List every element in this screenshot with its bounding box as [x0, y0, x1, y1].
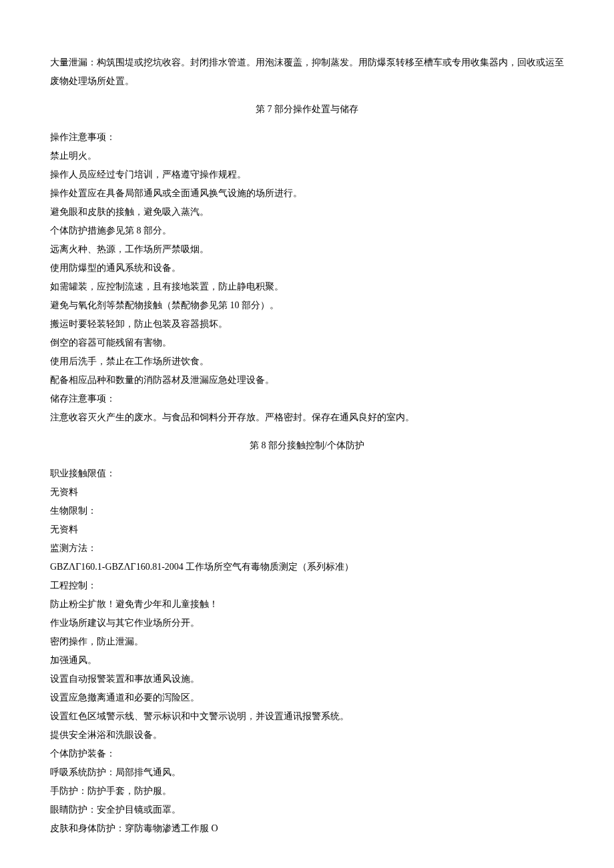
section7-line: 使用防爆型的通风系统和设备。 — [50, 259, 564, 278]
section7-line: 注意收容灭火产生的废水。与食品和饲料分开存放。严格密封。保存在通风良好的室内。 — [50, 408, 564, 427]
section7-line: 避免眼和皮肤的接触，避免吸入蒸汽。 — [50, 203, 564, 222]
section7-line: 配备相应品种和数量的消防器材及泄漏应急处理设备。 — [50, 371, 564, 390]
section8-line: 职业接触限值： — [50, 464, 564, 483]
section7-line: 避免与氧化剂等禁配物接触（禁配物参见第 10 部分）。 — [50, 296, 564, 315]
section8-line: 设置应急撤离通道和必要的泻险区。 — [50, 689, 564, 707]
section8-line: 工程控制： — [50, 576, 564, 595]
section7-line: 操作注意事项： — [50, 128, 564, 147]
section7-line: 储存注意事项： — [50, 390, 564, 408]
section7-line: 操作人员应经过专门培训，严格遵守操作规程。 — [50, 165, 564, 184]
section7-line: 操作处置应在具备局部通风或全面通风换气设施的场所进行。 — [50, 184, 564, 203]
section7-body: 操作注意事项： 禁止明火。 操作人员应经过专门培训，严格遵守操作规程。 操作处置… — [50, 128, 564, 427]
section8-line: 密闭操作，防止泄漏。 — [50, 632, 564, 651]
section7-line: 禁止明火。 — [50, 147, 564, 165]
section8-line: 作业场所建议与其它作业场所分开。 — [50, 614, 564, 632]
section7-line: 个体防护措施参见第 8 部分。 — [50, 222, 564, 240]
section8-line: 个体防护装备： — [50, 745, 564, 763]
section7-line: 远离火种、热源，工作场所严禁吸烟。 — [50, 240, 564, 259]
section8-line: 皮肤和身体防护：穿防毒物渗透工作服 O — [50, 819, 564, 838]
section8-line: 设置自动报警装置和事故通风设施。 — [50, 670, 564, 689]
section8-line: 无资料 — [50, 483, 564, 502]
section8-title: 第 8 部分接触控制/个体防护 — [50, 436, 564, 455]
section8-line: 眼睛防护：安全护目镜或面罩。 — [50, 801, 564, 819]
section8-line: 手防护：防护手套，防护服。 — [50, 782, 564, 801]
section7-title: 第 7 部分操作处置与储存 — [50, 100, 564, 119]
intro-paragraph: 大量泄漏：构筑围堤或挖坑收容。封闭排水管道。用泡沫覆盖，抑制蒸发。用防爆泵转移至… — [50, 53, 564, 91]
section8-line: 设置红色区域警示线、警示标识和中文警示说明，并设置通讯报警系统。 — [50, 707, 564, 726]
section8-line: 无资料 — [50, 520, 564, 539]
section8-line: 防止粉尘扩散！避免青少年和儿童接触！ — [50, 595, 564, 614]
section8-line: 加强通风。 — [50, 651, 564, 670]
section8-line: GBZΛΓ160.1-GBZΛΓ160.81-2004 工作场所空气有毒物质测定… — [50, 558, 564, 576]
section8-body: 职业接触限值： 无资料 生物限制： 无资料 监测方法： GBZΛΓ160.1-G… — [50, 464, 564, 838]
section7-line: 搬运时要轻装轻卸，防止包装及容器损坏。 — [50, 315, 564, 334]
section8-line: 监测方法： — [50, 539, 564, 558]
section7-line: 倒空的容器可能残留有害物。 — [50, 334, 564, 352]
section7-line: 使用后洗手，禁止在工作场所进饮食。 — [50, 352, 564, 371]
section8-line: 呼吸系统防护：局部排气通风。 — [50, 763, 564, 782]
section8-line: 生物限制： — [50, 502, 564, 520]
section8-line: 提供安全淋浴和洗眼设备。 — [50, 726, 564, 745]
section7-line: 如需罐装，应控制流速，且有接地装置，防止静电积聚。 — [50, 278, 564, 296]
